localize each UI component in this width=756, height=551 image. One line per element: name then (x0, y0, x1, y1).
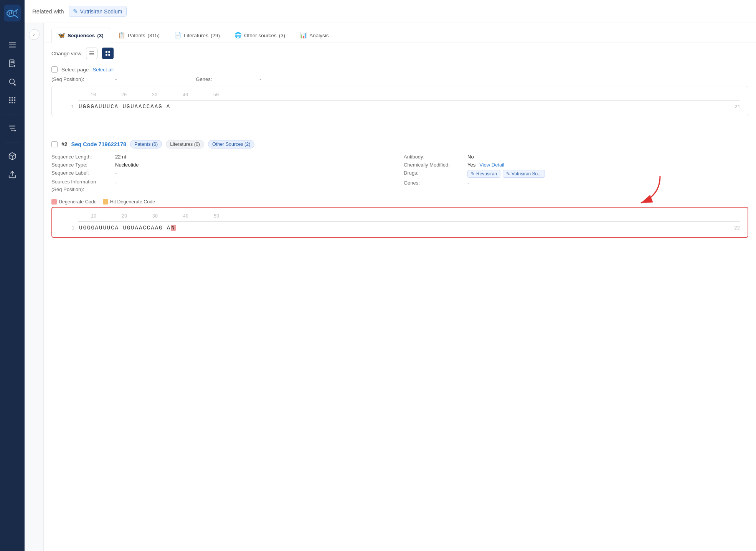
genes-row: Genes: - (404, 180, 748, 186)
sidebar-divider-3 (5, 142, 20, 142)
tab-analysis[interactable]: 📊 Analysis (293, 28, 335, 43)
filter-icon[interactable]: ▼ (5, 120, 20, 136)
seq-end-number-1: 21 (735, 104, 740, 110)
svg-text:▼: ▼ (14, 130, 16, 132)
select-all-link[interactable]: Select all (92, 67, 114, 73)
svg-rect-17 (14, 97, 16, 99)
select-bar: Select page Select all (44, 64, 756, 76)
seq-2-checkbox[interactable] (51, 141, 58, 147)
drug-tag-label-revusiran: Revusiran (476, 171, 497, 177)
chem-modified-value: Yes (467, 162, 475, 168)
drug-tags: ✎ Revusiran ✎ Vutrisiran So... (467, 170, 545, 178)
select-page-checkbox[interactable] (51, 66, 58, 73)
patents-tab-count: (315) (148, 33, 160, 38)
seq-label-row: Sequence Label: - (51, 170, 396, 176)
seq-label-value: - (115, 170, 117, 176)
chem-modified-row: Chemically Modified: Yes View Detail (404, 162, 748, 168)
genes-value-1: - (259, 76, 261, 82)
seq-2-literatures-badge[interactable]: Literatures (0) (166, 140, 204, 148)
seq-2-code[interactable]: Seq Code 719622178 (71, 141, 126, 147)
svg-text:▼: ▼ (14, 102, 16, 104)
sidebar: + ▼ ▼ ▼ (0, 0, 25, 551)
seq-highlight-n: N (171, 225, 175, 231)
sequence-2-card: #2 Seq Code 719622178 Patents (6) Litera… (44, 135, 756, 246)
seq-line-number-1: 1 (59, 104, 79, 110)
sequence-viewer-1: 10 20 30 40 50 1 UGGGAUUUCA UGUAACCAAG A… (51, 86, 748, 116)
sidebar-divider-1 (5, 31, 20, 31)
spacer (44, 124, 756, 135)
other-sources-tab-icon: 🌐 (234, 32, 242, 39)
svg-text:+: + (14, 64, 15, 67)
search-icon[interactable]: ▼ (5, 74, 20, 89)
related-with-label: Related with (32, 8, 64, 15)
seq-2-number: #2 (61, 141, 68, 147)
drug-tag-icon-revusiran: ✎ (471, 171, 475, 177)
drug-tag-label-vutrisiran: Vutrisiran So... (512, 171, 541, 177)
sequences-tab-count: (3) (97, 33, 104, 38)
sequence-viewer-2: 10 20 30 40 50 1 UGGGAUUUCA UGUAACCAAG A (51, 207, 748, 238)
legend-hit-degenerate: Hit Degenerate Code (103, 199, 155, 205)
left-panel: › (25, 23, 44, 551)
top-header: Related with ✎ Vutrisiran Sodium (25, 0, 756, 23)
svg-rect-0 (4, 5, 21, 21)
seq-2-metadata: Sequence Length: 22 nt Sequence Type: Nu… (51, 152, 748, 197)
analysis-tab-icon: 📊 (300, 32, 307, 39)
sidebar-divider-2 (5, 114, 20, 114)
literatures-tab-icon: 📄 (174, 32, 182, 39)
menu-icon[interactable] (5, 37, 20, 53)
package-icon[interactable] (5, 148, 20, 164)
chem-modified-label: Chemically Modified: (404, 162, 465, 168)
tab-sequences[interactable]: 🦋 Sequences (3) (51, 28, 110, 43)
list-view-button[interactable] (86, 48, 97, 59)
genes-label-1: Genes: (196, 76, 257, 82)
seq-label-label: Sequence Label: (51, 170, 113, 176)
content-panel: › 🦋 Sequences (3) 📋 Patents (31 (25, 23, 756, 551)
seq-line-number-2: 1 (60, 226, 79, 231)
main-content: Related with ✎ Vutrisiran Sodium › 🦋 Seq… (25, 0, 756, 551)
app-logo[interactable] (4, 5, 21, 21)
seq-2-other-sources-badge[interactable]: Other Sources (2) (208, 140, 254, 148)
grid-view-button[interactable] (102, 48, 114, 59)
svg-rect-21 (9, 102, 11, 104)
antibody-value: No (467, 154, 474, 160)
seq-2-patents-badge[interactable]: Patents (6) (130, 140, 162, 148)
antibody-label: Antibody: (404, 154, 465, 160)
seq-position-value: - (115, 76, 117, 82)
select-page-label: Select page (61, 67, 89, 73)
legend-degenerate: Degenerate Code (51, 199, 97, 205)
sequences-tab-icon: 🦋 (58, 32, 65, 39)
seq-position-row: (Seq Position): - Genes: - (51, 76, 748, 86)
seq-ruler-2: 10 20 30 40 50 (60, 214, 740, 219)
genes-value: - (467, 180, 469, 186)
seq-type-label: Sequence Type: (51, 162, 113, 168)
seq-line-2: 1 UGGGAUUUCA UGUAACCAAG AN 22 (60, 225, 740, 231)
svg-rect-15 (9, 97, 11, 99)
literatures-tab-count: (29) (211, 33, 220, 38)
content-area: 🦋 Sequences (3) 📋 Patents (315) 📄 Litera… (44, 23, 756, 551)
collapse-button[interactable]: › (29, 29, 40, 40)
seq-line-1: 1 UGGGAUUUCA UGUAACCAAG A 21 (59, 104, 740, 110)
meta-right: Antibody: No Chemically Modified: Yes Vi… (404, 154, 748, 193)
drugs-row: Drugs: ✎ Revusiran ✎ Vutrisiran So... (404, 170, 748, 178)
sequence-1-partial: (Seq Position): - Genes: - 10 20 30 40 5… (44, 76, 756, 124)
other-sources-tab-count: (3) (279, 33, 286, 38)
drug-name: Vutrisiran Sodium (80, 8, 122, 15)
svg-rect-38 (108, 54, 110, 56)
document-icon[interactable]: + (5, 56, 20, 71)
upload-icon[interactable] (5, 167, 20, 182)
tab-literatures[interactable]: 📄 Literatures (29) (168, 28, 226, 43)
tab-patents[interactable]: 📋 Patents (315) (112, 28, 166, 43)
seq-type-row: Sequence Type: Nucleotide (51, 162, 396, 168)
drug-tag-vutrisiran[interactable]: ✎ Vutrisiran So... (503, 170, 545, 178)
toolbar: Change view (44, 43, 756, 64)
seq-type-value: Nucleotide (115, 162, 139, 168)
meta-left: Sequence Length: 22 nt Sequence Type: Nu… (51, 154, 396, 193)
drugs-label: Drugs: (404, 170, 465, 176)
drug-badge[interactable]: ✎ Vutrisiran Sodium (69, 6, 127, 17)
svg-rect-18 (9, 99, 11, 101)
view-detail-link[interactable]: View Detail (479, 162, 504, 168)
drug-tag-revusiran[interactable]: ✎ Revusiran (467, 170, 500, 178)
tab-other-sources[interactable]: 🌐 Other sources (3) (228, 28, 292, 43)
legend: Degenerate Code Hit Degenerate Code (51, 197, 748, 207)
apps-icon[interactable]: ▼ (5, 92, 20, 108)
